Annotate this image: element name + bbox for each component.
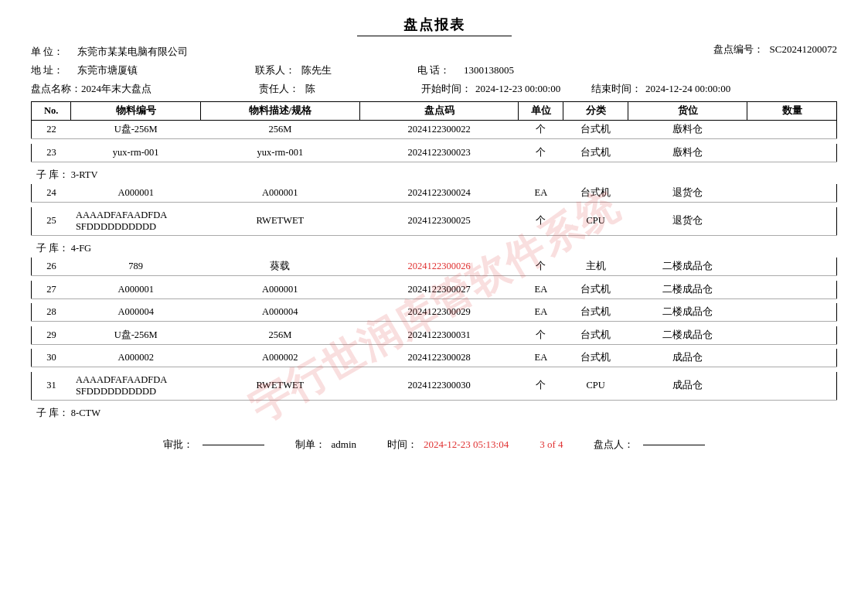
start-label: 开始时间： [421,81,475,97]
col-desc: 物料描述/规格 [200,102,359,121]
cell-desc: A000004 [200,303,359,322]
name-value: 2024年末大盘点 [81,81,236,97]
phone-label: 电 话： [417,63,464,79]
cell-unit: 个 [519,207,563,236]
cell-type: 台式机 [563,121,628,139]
table-row: 26789葵载2024122300026个主机二楼成品仓 [32,258,837,276]
col-location: 货位 [628,102,747,121]
sub-header-row: 子 库： 3-RTV [32,166,837,184]
cell-location: 二楼成品仓 [628,258,747,276]
cell-unit: EA [519,281,563,299]
cell-unit: EA [519,349,563,367]
sub-header-row: 子 库： 8-CTW [32,404,837,422]
cell-no: 23 [32,144,71,162]
cell-qty [747,326,837,345]
responsible-value: 陈 [305,81,398,97]
header-row-3: 盘点名称： 2024年末大盘点 责任人： 陈 开始时间： 2024-12-23 … [31,81,837,97]
cell-desc: A000002 [200,349,359,367]
cell-type: 台式机 [563,144,628,162]
cell-qty [747,349,837,367]
end-label: 结束时间： [591,81,645,97]
cell-no: 25 [32,207,71,236]
cell-desc: 256M [200,121,359,139]
footer-approve: 审批： [163,438,264,452]
made-by-label: 制单： [295,438,325,452]
table-row: 25AAAADFAFAADFDASFDDDDDDDDDDRWETWET20241… [32,207,837,236]
cell-desc: RWETWET [200,207,359,236]
cell-code: AAAADFAFAADFDASFDDDDDDDDDD [71,207,201,236]
cell-desc: RWETWET [200,372,359,401]
main-table: No. 物料编号 物料描述/规格 盘点码 单位 分类 货位 数量 22U盘-25… [31,101,837,422]
table-row: 24A000001A0000012024122300024EA台式机退货仓 [32,184,837,203]
cell-qty [747,372,837,401]
cell-no: 26 [32,258,71,276]
cell-unit: 个 [519,121,563,139]
cell-location: 二楼成品仓 [628,303,747,322]
cell-no: 31 [32,372,71,401]
col-no: No. [32,102,71,121]
cell-qty [747,303,837,322]
footer-time: 时间： 2024-12-23 05:13:04 [387,438,509,452]
col-type: 分类 [563,102,628,121]
cell-qty [747,121,837,139]
time-label: 时间： [387,438,417,452]
header-row-2: 地 址： 东莞市塘厦镇 联系人： 陈先生 电 话： 1300138005 [31,63,837,79]
cell-code: A000001 [71,184,201,203]
cell-location: 退货仓 [628,207,747,236]
cell-type: 台式机 [563,326,628,345]
cell-unit: EA [519,303,563,322]
cell-scan: 2024122300023 [359,144,519,162]
cell-scan: 2024122300022 [359,121,519,139]
doc-number-label: 盘点编号： [713,43,764,56]
sub-header-cell: 子 库： 3-RTV [32,166,837,184]
cell-qty [747,144,837,162]
cell-no: 22 [32,121,71,139]
cell-unit: 个 [519,372,563,401]
unit-label: 单 位： [31,44,77,60]
doc-number: 盘点编号： SC20241200072 [713,43,837,56]
address-label: 地 址： [31,63,77,79]
cell-location: 成品仓 [628,349,747,367]
cell-no: 30 [32,349,71,367]
cell-location: 二楼成品仓 [628,326,747,345]
start-value: 2024-12-23 00:00:00 [475,81,568,97]
cell-code: A000004 [71,303,201,322]
cell-type: CPU [563,372,628,401]
page-title: 盘点报表 [31,15,837,34]
cell-location: 廒料仓 [628,144,747,162]
footer-counter: 盘点人： [594,438,705,452]
cell-no: 28 [32,303,71,322]
footer-page: 3 of 4 [540,438,563,451]
cell-desc: 葵载 [200,258,359,276]
col-qty: 数量 [747,102,837,121]
table-row: 30A000002A0000022024122300028EA台式机成品仓 [32,349,837,367]
table-row: 29U盘-256M256M2024122300031个台式机二楼成品仓 [32,326,837,345]
cell-location: 廒料仓 [628,121,747,139]
cell-desc: A000001 [200,281,359,299]
cell-desc: yux-rm-001 [200,144,359,162]
cell-type: 主机 [563,258,628,276]
doc-number-value: SC20241200072 [770,43,837,56]
cell-qty [747,207,837,236]
cell-unit: 个 [519,326,563,345]
cell-qty [747,281,837,299]
cell-code: A000002 [71,349,201,367]
made-by-value: admin [332,438,357,451]
cell-code: yux-rm-001 [71,144,201,162]
cell-scan: 2024122300029 [359,303,519,322]
title-underline [357,36,512,36]
end-value: 2024-12-24 00:00:00 [645,81,738,97]
cell-scan: 2024122300031 [359,326,519,345]
cell-location: 退货仓 [628,184,747,203]
cell-code: U盘-256M [71,121,201,139]
cell-code: 789 [71,258,201,276]
cell-desc: A000001 [200,184,359,203]
cell-desc: 256M [200,326,359,345]
cell-scan: 2024122300030 [359,372,519,401]
page-info: 3 of 4 [540,438,563,451]
cell-qty [747,258,837,276]
sub-header-cell: 子 库： 8-CTW [32,404,837,422]
cell-scan: 2024122300025 [359,207,519,236]
time-value: 2024-12-23 05:13:04 [424,438,509,451]
cell-scan: 2024122300027 [359,281,519,299]
